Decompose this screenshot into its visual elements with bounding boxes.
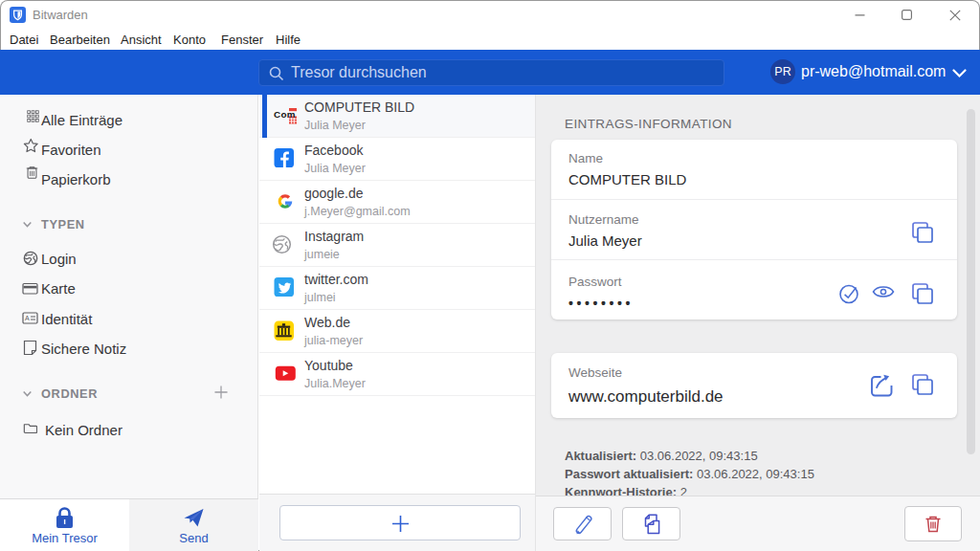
svg-text:A: A [25,315,30,321]
svg-text:Com: Com [274,109,296,120]
